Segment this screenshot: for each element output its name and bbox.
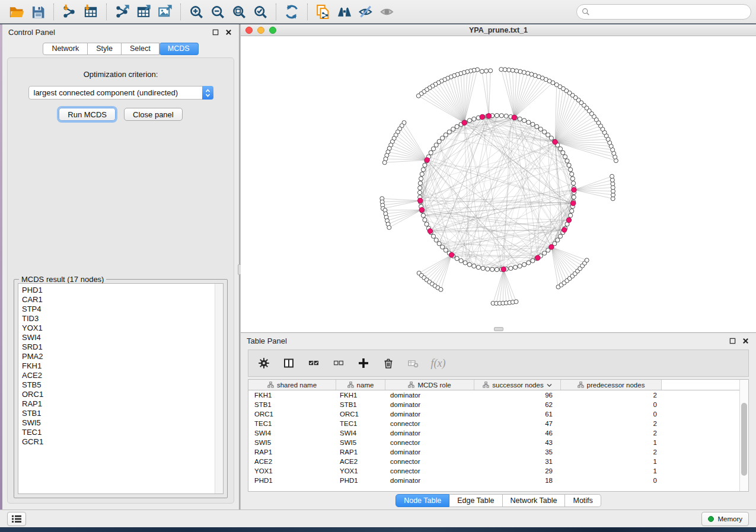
- mcds-result-node[interactable]: RAP1: [22, 399, 215, 409]
- table-row[interactable]: ORC1ORC1dominator610: [248, 409, 739, 419]
- graph-node[interactable]: [431, 147, 435, 151]
- canvas-splitter-handle[interactable]: [494, 327, 503, 331]
- graph-node[interactable]: [451, 127, 455, 131]
- mcds-result-node[interactable]: CAR1: [22, 295, 215, 305]
- graph-node[interactable]: [522, 262, 527, 267]
- graph-node[interactable]: [556, 238, 560, 242]
- graph-node[interactable]: [455, 257, 459, 261]
- graph-hub-node-selected[interactable]: [572, 187, 576, 192]
- graph-node[interactable]: [434, 143, 438, 147]
- graph-node[interactable]: [558, 234, 562, 238]
- column-header-MCDS-role[interactable]: MCDS role: [385, 380, 474, 390]
- column-header-predecessor-nodes[interactable]: predecessor nodes: [561, 380, 662, 390]
- graph-hub-node-selected[interactable]: [419, 207, 424, 212]
- mcds-result-node[interactable]: FKH1: [22, 361, 215, 371]
- graph-node[interactable]: [418, 181, 422, 185]
- zoom-out-button[interactable]: [207, 2, 228, 21]
- export-image-button[interactable]: [154, 2, 176, 21]
- graph-leaf-node[interactable]: [416, 94, 420, 98]
- graph-node[interactable]: [572, 181, 576, 185]
- tab-node-table[interactable]: Node Table: [395, 494, 449, 507]
- graph-node[interactable]: [459, 259, 463, 263]
- graph-leaf-node[interactable]: [484, 69, 489, 73]
- mcds-result-node[interactable]: SRD1: [22, 342, 215, 352]
- graph-node[interactable]: [561, 150, 565, 155]
- mcds-result-node[interactable]: STB5: [22, 380, 215, 390]
- table-row[interactable]: RAP1RAP1dominator352: [248, 447, 739, 457]
- graph-leaf-node[interactable]: [610, 174, 614, 178]
- graph-hub-node-selected[interactable]: [549, 245, 554, 249]
- graph-node[interactable]: [418, 186, 422, 190]
- graph-node[interactable]: [527, 120, 531, 124]
- close-panel-button[interactable]: Close panel: [124, 108, 183, 121]
- graph-hub-node-selected[interactable]: [512, 115, 516, 120]
- graph-node[interactable]: [538, 127, 543, 131]
- search-input[interactable]: [593, 8, 746, 16]
- mcds-result-node[interactable]: SWI4: [22, 333, 215, 342]
- graph-node[interactable]: [531, 259, 535, 263]
- tab-network[interactable]: Network: [43, 43, 88, 55]
- tab-network-table[interactable]: Network Table: [503, 494, 566, 507]
- graph-node[interactable]: [563, 155, 567, 159]
- column-header-name[interactable]: name: [336, 380, 385, 390]
- table-row[interactable]: TEC1TEC1connector472: [248, 419, 739, 428]
- graph-node[interactable]: [444, 133, 448, 137]
- float-table-panel-icon[interactable]: [728, 336, 737, 345]
- close-panel-icon[interactable]: [224, 27, 233, 37]
- graph-node[interactable]: [531, 122, 535, 126]
- network-canvas[interactable]: [241, 36, 756, 332]
- graph-hub-node-selected[interactable]: [553, 140, 557, 145]
- export-network-button[interactable]: [111, 2, 133, 21]
- graph-node[interactable]: [423, 163, 427, 167]
- mcds-list-scrollbar[interactable]: [215, 284, 223, 493]
- graph-node[interactable]: [467, 262, 471, 267]
- table-row[interactable]: SWI4SWI4dominator462: [248, 428, 739, 438]
- graph-node[interactable]: [518, 117, 522, 121]
- graph-node[interactable]: [499, 114, 503, 118]
- graph-node[interactable]: [549, 136, 553, 140]
- mcds-result-node[interactable]: TID3: [22, 314, 215, 323]
- open-file-button[interactable]: [6, 2, 27, 21]
- graph-node[interactable]: [570, 177, 575, 181]
- tab-edge-table[interactable]: Edge Table: [449, 494, 502, 507]
- graph-node[interactable]: [570, 172, 574, 176]
- zoom-in-button[interactable]: [186, 2, 207, 21]
- table-row[interactable]: ACE2ACE2connector311: [248, 457, 739, 466]
- mcds-result-node[interactable]: ACE2: [22, 371, 215, 380]
- mcds-result-node[interactable]: PHD1: [22, 286, 215, 295]
- graph-node[interactable]: [565, 159, 569, 163]
- graph-hub-node-selected[interactable]: [566, 217, 571, 222]
- table-row[interactable]: FKH1FKH1dominator962: [248, 390, 739, 400]
- graph-hub-node-selected[interactable]: [480, 114, 484, 119]
- graph-hub-node-selected[interactable]: [571, 201, 576, 206]
- table-row[interactable]: SWI5SWI5connector431: [248, 438, 739, 447]
- run-mcds-button[interactable]: Run MCDS: [59, 108, 116, 121]
- delete-columns-button[interactable]: [380, 355, 397, 371]
- mcds-result-node[interactable]: GCR1: [22, 437, 215, 447]
- mcds-result-node[interactable]: PMA2: [22, 352, 215, 361]
- hide-selected-button[interactable]: [355, 2, 377, 21]
- graph-node[interactable]: [434, 238, 438, 242]
- column-header-shared-name[interactable]: shared name: [248, 380, 336, 390]
- fit-selected-button[interactable]: [250, 2, 271, 21]
- graph-hub-node-selected[interactable]: [462, 120, 467, 125]
- mcds-result-node[interactable]: STP4: [22, 305, 215, 314]
- new-network-from-selection-button[interactable]: [312, 2, 334, 21]
- deselect-all-rows-button[interactable]: [330, 355, 347, 371]
- graph-node[interactable]: [527, 261, 531, 265]
- tab-motifs[interactable]: Motifs: [565, 494, 601, 507]
- graph-hub-node-selected[interactable]: [562, 227, 567, 232]
- graph-leaf-node[interactable]: [387, 226, 391, 230]
- graph-node[interactable]: [437, 139, 441, 143]
- graph-leaf-node[interactable]: [511, 68, 515, 72]
- graph-node[interactable]: [567, 163, 571, 167]
- tab-style[interactable]: Style: [88, 43, 122, 55]
- graph-node[interactable]: [481, 266, 485, 270]
- close-table-panel-icon[interactable]: [741, 336, 750, 345]
- graph-node[interactable]: [420, 172, 424, 176]
- graph-node[interactable]: [546, 133, 550, 137]
- graph-node[interactable]: [444, 248, 448, 252]
- graph-node[interactable]: [518, 264, 522, 268]
- save-session-button[interactable]: [27, 2, 49, 21]
- import-network-button[interactable]: [59, 2, 80, 21]
